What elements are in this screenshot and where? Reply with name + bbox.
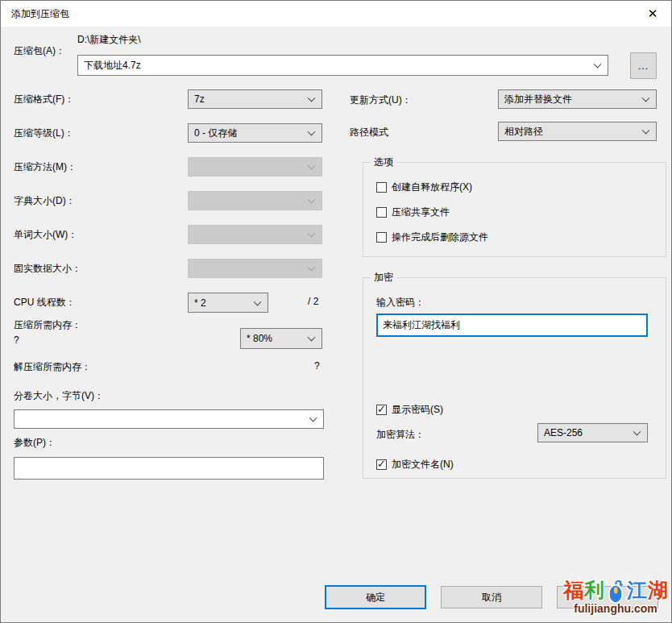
chevron-down-icon [254, 297, 262, 305]
checkbox-show-password[interactable]: 显示密码(S) [376, 403, 443, 417]
checkbox-icon[interactable] [376, 182, 387, 193]
checkbox-compress-shared-label: 压缩共享文件 [392, 206, 450, 219]
chevron-down-icon [594, 60, 602, 69]
mouse-icon [607, 579, 624, 604]
path-mode-value: 相对路径 [504, 125, 543, 139]
method-label: 压缩方法(M)： [14, 160, 77, 174]
memory-usage-value: * 80% [247, 333, 272, 344]
cpu-threads-max: / 2 [308, 296, 318, 307]
chevron-down-icon [308, 196, 316, 204]
update-mode-value: 添加并替换文件 [504, 93, 572, 106]
watermark-text: 福 利 江 湖 [560, 578, 671, 602]
checkbox-icon[interactable] [376, 232, 387, 243]
decompress-memory-value: ? [314, 360, 320, 372]
checkbox-delete-after-label: 操作完成后删除源文件 [392, 231, 488, 244]
memory-label: 压缩所需内存： [14, 318, 81, 332]
format-label: 压缩格式(F)： [14, 93, 74, 106]
update-mode-label: 更新方式(U)： [350, 93, 412, 107]
window-title: 添加到压缩包 [11, 7, 69, 21]
watermark-char: 江 [627, 578, 647, 602]
dictionary-label: 字典大小(D)： [14, 194, 76, 208]
word-size-select [188, 225, 322, 244]
encryption-group: 加密 输入密码： 显示密码(S) 加密算法： AES-256 加密文件名(N) [363, 277, 666, 479]
checkbox-encrypt-filenames[interactable]: 加密文件名(N) [376, 458, 454, 471]
checkbox-create-sfx-label: 创建自释放程序(X) [392, 181, 472, 194]
checkbox-icon[interactable] [376, 405, 387, 415]
browse-button[interactable]: ... [630, 52, 657, 79]
ok-button[interactable]: 确定 [325, 585, 426, 609]
checkbox-icon[interactable] [376, 207, 387, 218]
level-value: 0 - 仅存储 [194, 127, 237, 140]
chevron-down-icon [642, 127, 650, 135]
volume-size-label: 分卷大小，字节(V)： [14, 389, 104, 403]
compression-method-select [188, 157, 322, 177]
chevron-down-icon [308, 230, 316, 238]
options-group: 选项 创建自释放程序(X) 压缩共享文件 操作完成后删除源文件 [363, 162, 666, 257]
add-to-archive-dialog: 添加到压缩包 ✕ 压缩包(A)： D:\新建文件夹\ 下载地址4.7z ... … [0, 0, 672, 623]
checkbox-compress-shared[interactable]: 压缩共享文件 [376, 206, 450, 219]
watermark-char: 福 [563, 578, 583, 602]
options-group-title: 选项 [371, 156, 396, 169]
checkbox-create-sfx[interactable]: 创建自释放程序(X) [376, 181, 472, 194]
volume-size-combobox[interactable] [14, 409, 324, 429]
titlebar: 添加到压缩包 ✕ [1, 1, 671, 27]
chevron-down-icon [308, 264, 316, 272]
cpu-threads-label: CPU 线程数： [14, 296, 76, 309]
memory-unknown: ? [14, 334, 19, 346]
watermark-char: 湖 [648, 578, 668, 602]
parameters-label: 参数(P)： [14, 436, 56, 450]
encryption-group-title: 加密 [371, 271, 396, 285]
cancel-button[interactable]: 取消 [441, 586, 542, 608]
decompress-memory-label: 解压缩所需内存： [14, 360, 91, 374]
checkbox-show-password-label: 显示密码(S) [392, 403, 443, 417]
cpu-threads-select[interactable]: * 2 [188, 293, 268, 313]
cpu-threads-value: * 2 [194, 297, 206, 309]
chevron-down-icon [633, 428, 641, 436]
chevron-down-icon [309, 414, 317, 422]
encryption-method-select[interactable]: AES-256 [537, 423, 648, 442]
format-value: 7z [194, 93, 205, 105]
word-size-label: 单词大小(W)： [14, 228, 77, 242]
chevron-down-icon [308, 162, 316, 170]
close-icon[interactable]: ✕ [634, 1, 671, 26]
archive-name-value: 下载地址4.7z [84, 59, 141, 73]
solid-block-size-select [188, 259, 322, 278]
compression-level-select[interactable]: 0 - 仅存储 [188, 123, 322, 143]
chevron-down-icon [308, 128, 316, 136]
checkbox-encrypt-filenames-label: 加密文件名(N) [392, 458, 454, 471]
update-mode-select[interactable]: 添加并替换文件 [498, 89, 657, 109]
parameters-input[interactable] [14, 457, 324, 480]
encryption-method-value: AES-256 [544, 427, 583, 438]
solid-size-label: 固实数据大小： [14, 262, 81, 276]
checkbox-delete-after[interactable]: 操作完成后删除源文件 [376, 231, 488, 244]
path-mode-label: 路径模式 [350, 126, 388, 139]
chevron-down-icon [642, 94, 650, 102]
dialog-body: 压缩包(A)： D:\新建文件夹\ 下载地址4.7z ... 压缩格式(F)： … [1, 27, 671, 622]
archive-name-combobox[interactable]: 下载地址4.7z [77, 55, 608, 76]
archive-label: 压缩包(A)： [14, 44, 65, 58]
watermark-logo: 福 利 江 湖 fulijianghu.com [560, 578, 671, 615]
chevron-down-icon [308, 94, 316, 102]
watermark-domain: fulijianghu.com [560, 602, 671, 615]
path-mode-select[interactable]: 相对路径 [498, 122, 657, 141]
checkbox-icon[interactable] [376, 459, 387, 470]
password-input[interactable] [376, 314, 648, 337]
memory-usage-select[interactable]: * 80% [240, 328, 322, 349]
password-label: 输入密码： [376, 296, 425, 309]
watermark-char: 利 [584, 578, 604, 602]
compression-format-select[interactable]: 7z [188, 89, 322, 109]
encryption-method-label: 加密算法： [376, 428, 425, 442]
archive-dir-text: D:\新建文件夹\ [77, 33, 141, 47]
level-label: 压缩等级(L)： [14, 127, 74, 140]
chevron-down-icon [308, 334, 316, 342]
dictionary-size-select [188, 191, 322, 210]
